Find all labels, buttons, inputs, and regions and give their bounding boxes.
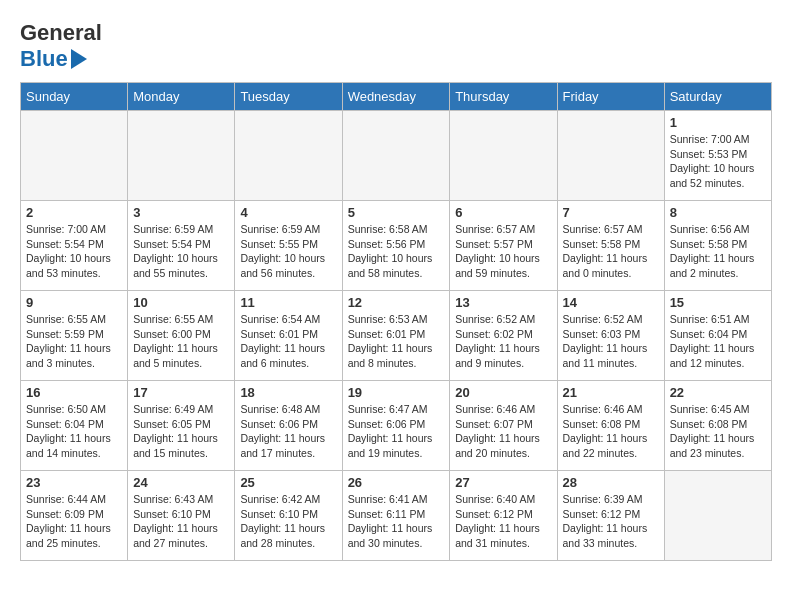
day-number: 10 (133, 295, 229, 310)
day-info: Sunrise: 6:45 AMSunset: 6:08 PMDaylight:… (670, 402, 766, 461)
calendar-cell (664, 471, 771, 561)
page-header: General Blue (20, 20, 772, 72)
calendar-week-5: 23 Sunrise: 6:44 AMSunset: 6:09 PMDaylig… (21, 471, 772, 561)
day-number: 21 (563, 385, 659, 400)
calendar-cell: 12 Sunrise: 6:53 AMSunset: 6:01 PMDaylig… (342, 291, 450, 381)
day-info: Sunrise: 6:53 AMSunset: 6:01 PMDaylight:… (348, 312, 445, 371)
weekday-header-tuesday: Tuesday (235, 83, 342, 111)
calendar-cell: 8 Sunrise: 6:56 AMSunset: 5:58 PMDayligh… (664, 201, 771, 291)
weekday-header-wednesday: Wednesday (342, 83, 450, 111)
day-info: Sunrise: 6:59 AMSunset: 5:54 PMDaylight:… (133, 222, 229, 281)
calendar-cell: 15 Sunrise: 6:51 AMSunset: 6:04 PMDaylig… (664, 291, 771, 381)
calendar-cell: 25 Sunrise: 6:42 AMSunset: 6:10 PMDaylig… (235, 471, 342, 561)
day-number: 2 (26, 205, 122, 220)
day-number: 25 (240, 475, 336, 490)
day-number: 12 (348, 295, 445, 310)
day-info: Sunrise: 6:56 AMSunset: 5:58 PMDaylight:… (670, 222, 766, 281)
calendar-cell (21, 111, 128, 201)
day-number: 17 (133, 385, 229, 400)
day-info: Sunrise: 7:00 AMSunset: 5:54 PMDaylight:… (26, 222, 122, 281)
day-info: Sunrise: 6:50 AMSunset: 6:04 PMDaylight:… (26, 402, 122, 461)
day-number: 7 (563, 205, 659, 220)
calendar-cell: 20 Sunrise: 6:46 AMSunset: 6:07 PMDaylig… (450, 381, 557, 471)
calendar-cell: 24 Sunrise: 6:43 AMSunset: 6:10 PMDaylig… (128, 471, 235, 561)
calendar-cell: 1 Sunrise: 7:00 AMSunset: 5:53 PMDayligh… (664, 111, 771, 201)
day-info: Sunrise: 6:51 AMSunset: 6:04 PMDaylight:… (670, 312, 766, 371)
calendar-cell: 16 Sunrise: 6:50 AMSunset: 6:04 PMDaylig… (21, 381, 128, 471)
calendar-week-3: 9 Sunrise: 6:55 AMSunset: 5:59 PMDayligh… (21, 291, 772, 381)
day-info: Sunrise: 6:58 AMSunset: 5:56 PMDaylight:… (348, 222, 445, 281)
day-info: Sunrise: 6:59 AMSunset: 5:55 PMDaylight:… (240, 222, 336, 281)
day-number: 19 (348, 385, 445, 400)
logo-blue: Blue (20, 46, 68, 72)
day-number: 8 (670, 205, 766, 220)
day-number: 5 (348, 205, 445, 220)
weekday-header-friday: Friday (557, 83, 664, 111)
day-number: 20 (455, 385, 551, 400)
day-info: Sunrise: 6:46 AMSunset: 6:07 PMDaylight:… (455, 402, 551, 461)
calendar-cell: 11 Sunrise: 6:54 AMSunset: 6:01 PMDaylig… (235, 291, 342, 381)
weekday-header-sunday: Sunday (21, 83, 128, 111)
day-number: 28 (563, 475, 659, 490)
day-number: 6 (455, 205, 551, 220)
weekday-header-saturday: Saturday (664, 83, 771, 111)
calendar-cell (342, 111, 450, 201)
calendar-cell: 5 Sunrise: 6:58 AMSunset: 5:56 PMDayligh… (342, 201, 450, 291)
day-info: Sunrise: 6:41 AMSunset: 6:11 PMDaylight:… (348, 492, 445, 551)
day-info: Sunrise: 6:40 AMSunset: 6:12 PMDaylight:… (455, 492, 551, 551)
calendar-cell: 27 Sunrise: 6:40 AMSunset: 6:12 PMDaylig… (450, 471, 557, 561)
day-number: 4 (240, 205, 336, 220)
calendar-cell: 7 Sunrise: 6:57 AMSunset: 5:58 PMDayligh… (557, 201, 664, 291)
day-info: Sunrise: 6:48 AMSunset: 6:06 PMDaylight:… (240, 402, 336, 461)
calendar-week-4: 16 Sunrise: 6:50 AMSunset: 6:04 PMDaylig… (21, 381, 772, 471)
calendar-table: SundayMondayTuesdayWednesdayThursdayFrid… (20, 82, 772, 561)
logo: General Blue (20, 20, 102, 72)
day-number: 24 (133, 475, 229, 490)
calendar-cell: 6 Sunrise: 6:57 AMSunset: 5:57 PMDayligh… (450, 201, 557, 291)
calendar-cell: 14 Sunrise: 6:52 AMSunset: 6:03 PMDaylig… (557, 291, 664, 381)
weekday-header-thursday: Thursday (450, 83, 557, 111)
weekday-header-monday: Monday (128, 83, 235, 111)
day-info: Sunrise: 6:54 AMSunset: 6:01 PMDaylight:… (240, 312, 336, 371)
calendar-cell: 3 Sunrise: 6:59 AMSunset: 5:54 PMDayligh… (128, 201, 235, 291)
calendar-cell: 18 Sunrise: 6:48 AMSunset: 6:06 PMDaylig… (235, 381, 342, 471)
day-number: 18 (240, 385, 336, 400)
day-number: 16 (26, 385, 122, 400)
calendar-cell: 10 Sunrise: 6:55 AMSunset: 6:00 PMDaylig… (128, 291, 235, 381)
day-info: Sunrise: 7:00 AMSunset: 5:53 PMDaylight:… (670, 132, 766, 191)
calendar-week-1: 1 Sunrise: 7:00 AMSunset: 5:53 PMDayligh… (21, 111, 772, 201)
day-number: 3 (133, 205, 229, 220)
calendar-cell: 9 Sunrise: 6:55 AMSunset: 5:59 PMDayligh… (21, 291, 128, 381)
day-info: Sunrise: 6:43 AMSunset: 6:10 PMDaylight:… (133, 492, 229, 551)
day-info: Sunrise: 6:57 AMSunset: 5:58 PMDaylight:… (563, 222, 659, 281)
logo-arrow-icon (71, 49, 87, 69)
day-info: Sunrise: 6:52 AMSunset: 6:03 PMDaylight:… (563, 312, 659, 371)
day-info: Sunrise: 6:39 AMSunset: 6:12 PMDaylight:… (563, 492, 659, 551)
calendar-cell (557, 111, 664, 201)
day-number: 1 (670, 115, 766, 130)
day-number: 14 (563, 295, 659, 310)
day-info: Sunrise: 6:46 AMSunset: 6:08 PMDaylight:… (563, 402, 659, 461)
day-number: 22 (670, 385, 766, 400)
logo-general: General (20, 20, 102, 45)
calendar-cell: 26 Sunrise: 6:41 AMSunset: 6:11 PMDaylig… (342, 471, 450, 561)
calendar-cell: 19 Sunrise: 6:47 AMSunset: 6:06 PMDaylig… (342, 381, 450, 471)
day-info: Sunrise: 6:47 AMSunset: 6:06 PMDaylight:… (348, 402, 445, 461)
day-number: 9 (26, 295, 122, 310)
calendar-header-row: SundayMondayTuesdayWednesdayThursdayFrid… (21, 83, 772, 111)
calendar-cell: 17 Sunrise: 6:49 AMSunset: 6:05 PMDaylig… (128, 381, 235, 471)
day-info: Sunrise: 6:49 AMSunset: 6:05 PMDaylight:… (133, 402, 229, 461)
day-number: 27 (455, 475, 551, 490)
day-number: 11 (240, 295, 336, 310)
calendar-cell: 4 Sunrise: 6:59 AMSunset: 5:55 PMDayligh… (235, 201, 342, 291)
calendar-cell (450, 111, 557, 201)
calendar-cell (128, 111, 235, 201)
calendar-cell: 22 Sunrise: 6:45 AMSunset: 6:08 PMDaylig… (664, 381, 771, 471)
calendar-week-2: 2 Sunrise: 7:00 AMSunset: 5:54 PMDayligh… (21, 201, 772, 291)
day-info: Sunrise: 6:55 AMSunset: 6:00 PMDaylight:… (133, 312, 229, 371)
calendar-cell (235, 111, 342, 201)
calendar-cell: 21 Sunrise: 6:46 AMSunset: 6:08 PMDaylig… (557, 381, 664, 471)
calendar-cell: 23 Sunrise: 6:44 AMSunset: 6:09 PMDaylig… (21, 471, 128, 561)
day-info: Sunrise: 6:57 AMSunset: 5:57 PMDaylight:… (455, 222, 551, 281)
calendar-cell: 28 Sunrise: 6:39 AMSunset: 6:12 PMDaylig… (557, 471, 664, 561)
